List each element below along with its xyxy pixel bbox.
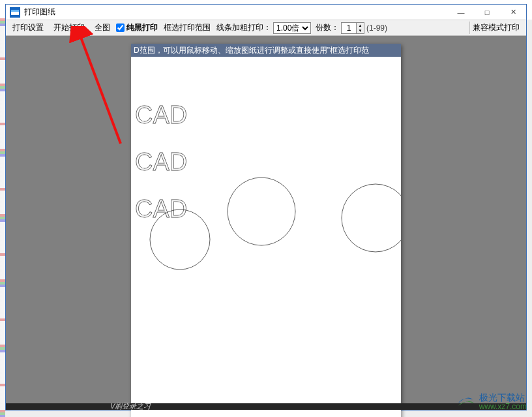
pure-black-label: 纯黑打印 bbox=[126, 22, 158, 33]
full-drawing-button[interactable]: 全图 bbox=[91, 22, 114, 34]
copies-input[interactable] bbox=[342, 23, 356, 33]
preview-banner: D范围，可以用鼠标移动、缩放图纸进行调整或直接使用"框选打印范 bbox=[131, 44, 401, 57]
preview-page: D范围，可以用鼠标移动、缩放图纸进行调整或直接使用"框选打印范 CAD CAD … bbox=[131, 44, 401, 417]
frame-range-button[interactable]: 框选打印范围 bbox=[160, 22, 214, 34]
line-bold-label: 线条加粗打印： bbox=[216, 22, 271, 33]
cad-text-1: CAD bbox=[135, 104, 213, 130]
window-title: 打印图纸 bbox=[24, 7, 55, 18]
circle-3 bbox=[341, 183, 401, 253]
app-icon bbox=[10, 7, 20, 18]
print-window: 打印图纸 — □ ✕ 打印设置 开始打印 全图 纯黑打印 框选打印范围 线条加粗… bbox=[5, 4, 527, 410]
background-edge-strip bbox=[0, 18, 5, 417]
pure-black-checkbox[interactable] bbox=[116, 23, 125, 32]
cad-text-2-glyph: CAD bbox=[135, 151, 187, 176]
copies-up[interactable]: ▲ bbox=[356, 23, 364, 28]
copies-spinner[interactable]: ▲ ▼ bbox=[341, 22, 364, 34]
cad-text-2: CAD bbox=[135, 151, 213, 177]
minimize-button[interactable]: — bbox=[448, 5, 474, 20]
watermark-url: www.xz7.com bbox=[479, 402, 527, 411]
print-settings-button[interactable]: 打印设置 bbox=[8, 22, 48, 34]
svg-point-3 bbox=[150, 209, 210, 270]
circle-1 bbox=[149, 209, 211, 270]
start-print-button[interactable]: 开始打印 bbox=[50, 22, 89, 34]
toolbar: 打印设置 开始打印 全图 纯黑打印 框选打印范围 线条加粗打印： 1.00倍 份… bbox=[6, 20, 526, 36]
copies-range-label: (1-99) bbox=[366, 23, 387, 33]
copies-down[interactable]: ▼ bbox=[356, 28, 364, 33]
preview-area[interactable]: D范围，可以用鼠标移动、缩放图纸进行调整或直接使用"框选打印范 CAD CAD … bbox=[6, 36, 526, 403]
maximize-button[interactable]: □ bbox=[474, 5, 500, 20]
circle-2 bbox=[227, 177, 296, 246]
window-controls: — □ ✕ bbox=[448, 5, 526, 20]
bottom-strip: V刷登录之习 bbox=[6, 403, 526, 410]
watermark-logo-icon bbox=[456, 392, 475, 412]
copies-label: 份数： bbox=[316, 22, 339, 33]
svg-point-4 bbox=[228, 178, 295, 245]
cad-text-1-glyph: CAD bbox=[135, 104, 187, 129]
pure-black-checkbox-wrap[interactable]: 纯黑打印 bbox=[116, 22, 158, 33]
watermark: 极光下载站 www.xz7.com bbox=[456, 392, 527, 412]
close-button[interactable]: ✕ bbox=[500, 5, 526, 20]
svg-point-5 bbox=[342, 184, 401, 252]
svg-rect-2 bbox=[11, 10, 19, 12]
bottom-strip-label: V刷登录之习 bbox=[110, 401, 151, 411]
compat-mode-button[interactable]: 兼容模式打印 bbox=[469, 22, 524, 34]
line-bold-select[interactable]: 1.00倍 bbox=[273, 22, 311, 34]
titlebar[interactable]: 打印图纸 — □ ✕ bbox=[6, 5, 526, 20]
watermark-brand: 极光下载站 bbox=[479, 393, 527, 402]
